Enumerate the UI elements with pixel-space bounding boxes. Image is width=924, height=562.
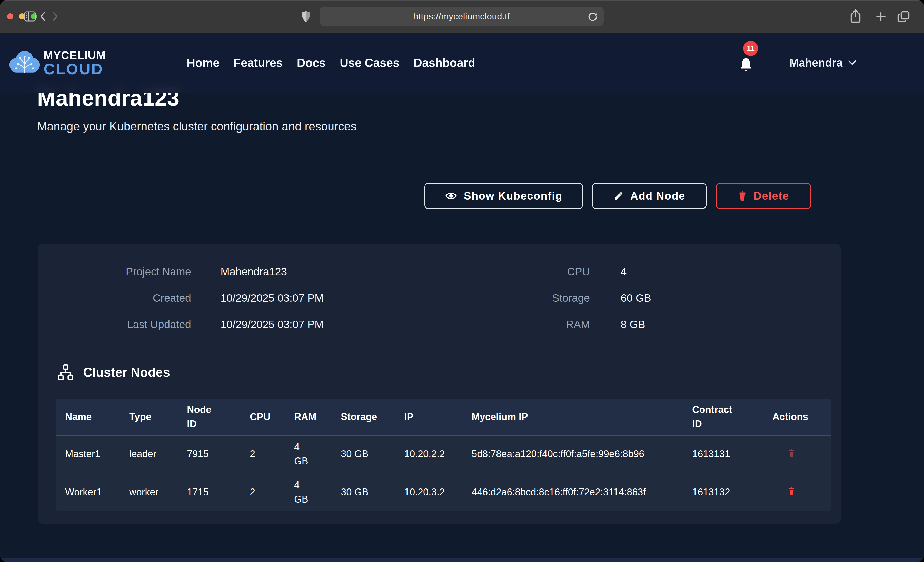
show-kubeconfig-label: Show Kubeconfig	[464, 190, 562, 202]
delete-cluster-button[interactable]: Delete	[716, 183, 811, 209]
cell-cpu: 2	[240, 473, 285, 511]
trash-icon	[788, 487, 795, 495]
mycelium-cloud-logo-icon[interactable]	[8, 48, 42, 76]
nav-link-home[interactable]: Home	[187, 56, 219, 70]
cell-contract-id: 1613132	[683, 473, 763, 511]
detail-row: Storage 60 GB	[448, 285, 651, 311]
page-subtitle: Manage your Kubernetes cluster configura…	[37, 120, 357, 133]
detail-value: 4	[621, 266, 627, 278]
cell-name: Master1	[56, 435, 120, 473]
cell-ip: 10.20.2.2	[395, 435, 462, 473]
cell-ram: 4 GB	[285, 435, 332, 473]
eye-icon	[445, 191, 457, 201]
column-header-storage: Storage	[332, 399, 395, 435]
nav-link-docs[interactable]: Docs	[297, 56, 326, 70]
add-node-button[interactable]: Add Node	[592, 183, 706, 209]
share-icon	[849, 9, 862, 24]
brand-wordmark[interactable]: MYCELIUM CLOUD	[44, 50, 106, 77]
detail-value: 10/29/2025 03:07 PM	[220, 318, 324, 331]
column-header-ram: RAM	[285, 399, 332, 435]
detail-label: CPU	[448, 266, 590, 278]
detail-value: Mahendra123	[220, 266, 287, 278]
detail-value: 8 GB	[621, 318, 645, 331]
shield-icon	[301, 10, 311, 22]
sidebar-toggle-button[interactable]	[24, 11, 36, 21]
show-kubeconfig-button[interactable]: Show Kubeconfig	[424, 183, 583, 209]
cell-cpu: 2	[240, 435, 285, 473]
user-name: Mahendra	[789, 56, 843, 69]
cell-ip: 10.20.3.2	[395, 473, 462, 511]
detail-row: Last Updated 10/29/2025 03:07 PM	[38, 311, 324, 338]
cluster-nodes-table: Name Type Node ID CPU RAM Storage IP Myc…	[56, 399, 831, 511]
close-window-button[interactable]	[7, 13, 14, 19]
cell-contract-id: 1613131	[683, 435, 763, 473]
chevron-down-icon	[848, 60, 856, 66]
column-header-node-id: Node ID	[178, 399, 240, 435]
cell-mycelium-ip: 5d8:78ea:a120:f40c:ff0f:a5fe:99e6:8b96	[462, 435, 683, 473]
nav-links: Home Features Docs Use Cases Dashboard	[187, 33, 475, 93]
site-navbar: MYCELIUM CLOUD Home Features Docs Use Ca…	[0, 33, 924, 93]
tab-overview-button[interactable]	[897, 11, 910, 22]
delete-node-button[interactable]	[788, 448, 795, 457]
detail-value: 10/29/2025 03:07 PM	[220, 292, 324, 304]
detail-value: 60 GB	[621, 292, 651, 304]
cluster-nodes-icon	[57, 364, 74, 381]
page-body: Mahendra123 Manage your Kubernetes clust…	[0, 33, 924, 562]
plus-icon	[876, 11, 886, 22]
reload-button[interactable]	[587, 11, 598, 24]
bell-icon	[739, 57, 753, 73]
forward-button[interactable]	[51, 11, 60, 21]
detail-label: RAM	[448, 318, 590, 331]
add-node-label: Add Node	[630, 190, 685, 202]
column-header-ip: IP	[395, 399, 462, 435]
url-text: https://myceliumcloud.tf	[413, 11, 510, 21]
reload-icon	[587, 11, 598, 22]
url-bar[interactable]: https://myceliumcloud.tf	[320, 7, 604, 26]
detail-label: Project Name	[38, 266, 191, 278]
cell-type: worker	[120, 473, 178, 511]
cell-actions	[763, 473, 831, 511]
nav-link-features[interactable]: Features	[234, 56, 283, 70]
column-header-cpu: CPU	[240, 399, 285, 435]
detail-label: Last Updated	[38, 318, 191, 331]
new-tab-button[interactable]	[876, 11, 886, 22]
table-header-row: Name Type Node ID CPU RAM Storage IP Myc…	[56, 399, 831, 435]
brand-line2: CLOUD	[44, 61, 106, 77]
share-button[interactable]	[849, 9, 862, 24]
back-button[interactable]	[39, 11, 47, 21]
brand-line1: MYCELIUM	[44, 50, 106, 61]
nav-link-use-cases[interactable]: Use Cases	[340, 56, 399, 70]
privacy-shield-button[interactable]	[301, 10, 311, 22]
browser-toolbar: https://myceliumcloud.tf	[0, 0, 924, 33]
delete-label: Delete	[754, 190, 789, 202]
tabs-icon	[897, 11, 910, 22]
cell-storage: 30 GB	[332, 473, 395, 511]
pencil-icon	[614, 191, 624, 201]
nav-link-dashboard[interactable]: Dashboard	[414, 56, 475, 70]
chevron-left-icon	[39, 11, 47, 21]
detail-label: Created	[38, 292, 191, 304]
chevron-right-icon	[51, 11, 60, 21]
cell-node-id: 1715	[178, 473, 240, 511]
table-row: Master1 leader 7915 2 4 GB 30 GB 10.20.2…	[56, 435, 831, 473]
trash-icon	[788, 448, 795, 457]
user-menu[interactable]: Mahendra	[789, 33, 856, 93]
browser-window: https://myceliumcloud.tf	[0, 0, 924, 562]
trash-icon	[738, 191, 747, 201]
cell-type: leader	[120, 435, 178, 473]
column-header-type: Type	[120, 399, 178, 435]
notification-badge: 11	[743, 41, 758, 56]
cell-name: Worker1	[56, 473, 120, 511]
cluster-detail-panel: Project Name Mahendra123 Created 10/29/2…	[38, 244, 841, 523]
column-header-actions: Actions	[763, 399, 831, 435]
cell-ram: 4 GB	[285, 473, 332, 511]
notifications-button[interactable]: 11	[737, 33, 768, 93]
table-row: Worker1 worker 1715 2 4 GB 30 GB 10.20.3…	[56, 473, 831, 511]
sidebar-icon	[24, 11, 36, 21]
delete-node-button[interactable]	[788, 487, 795, 495]
detail-row: Project Name Mahendra123	[38, 259, 324, 285]
detail-label: Storage	[448, 292, 590, 304]
column-header-name: Name	[56, 399, 120, 435]
cell-mycelium-ip: 446:d2a6:8bcd:8c16:ff0f:72e2:3114:863f	[462, 473, 683, 511]
cluster-nodes-title: Cluster Nodes	[83, 365, 170, 380]
